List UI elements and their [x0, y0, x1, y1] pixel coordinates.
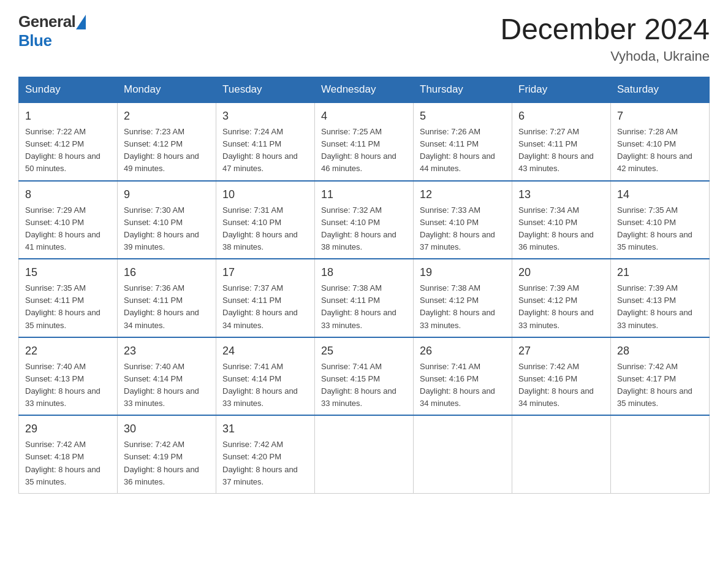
day-info: Sunrise: 7:38 AMSunset: 4:11 PMDaylight:… — [321, 282, 407, 332]
day-info: Sunrise: 7:30 AMSunset: 4:10 PMDaylight:… — [124, 204, 210, 254]
day-info: Sunrise: 7:40 AMSunset: 4:14 PMDaylight:… — [124, 361, 210, 410]
header-saturday: Saturday — [611, 77, 710, 103]
calendar-week-row: 29Sunrise: 7:42 AMSunset: 4:18 PMDayligh… — [19, 415, 710, 493]
day-info: Sunrise: 7:41 AMSunset: 4:15 PMDaylight:… — [321, 361, 407, 410]
day-number: 22 — [25, 343, 111, 359]
day-info: Sunrise: 7:35 AMSunset: 4:10 PMDaylight:… — [617, 204, 703, 254]
header-sunday: Sunday — [19, 77, 118, 103]
calendar-cell — [414, 415, 512, 493]
calendar-week-row: 1Sunrise: 7:22 AMSunset: 4:12 PMDaylight… — [19, 102, 710, 181]
day-info: Sunrise: 7:34 AMSunset: 4:10 PMDaylight:… — [518, 204, 604, 254]
day-number: 4 — [321, 108, 407, 124]
calendar-cell: 15Sunrise: 7:35 AMSunset: 4:11 PMDayligh… — [19, 259, 118, 337]
day-info: Sunrise: 7:26 AMSunset: 4:11 PMDaylight:… — [420, 126, 506, 175]
day-header-row: Sunday Monday Tuesday Wednesday Thursday… — [19, 77, 710, 103]
calendar-cell: 11Sunrise: 7:32 AMSunset: 4:10 PMDayligh… — [315, 181, 414, 259]
logo-blue-text: Blue — [18, 31, 51, 50]
calendar-cell: 26Sunrise: 7:41 AMSunset: 4:16 PMDayligh… — [414, 337, 512, 416]
day-number: 5 — [420, 108, 506, 124]
calendar-cell: 25Sunrise: 7:41 AMSunset: 4:15 PMDayligh… — [315, 337, 414, 416]
calendar-cell: 4Sunrise: 7:25 AMSunset: 4:11 PMDaylight… — [315, 102, 414, 181]
header-tuesday: Tuesday — [216, 77, 315, 103]
calendar-cell: 23Sunrise: 7:40 AMSunset: 4:14 PMDayligh… — [118, 337, 216, 416]
day-info: Sunrise: 7:31 AMSunset: 4:10 PMDaylight:… — [222, 204, 308, 254]
calendar-cell: 5Sunrise: 7:26 AMSunset: 4:11 PMDaylight… — [414, 102, 512, 181]
calendar-cell: 29Sunrise: 7:42 AMSunset: 4:18 PMDayligh… — [19, 415, 118, 493]
day-info: Sunrise: 7:42 AMSunset: 4:20 PMDaylight:… — [222, 439, 308, 488]
day-number: 13 — [518, 186, 604, 203]
month-title: December 2024 — [500, 12, 710, 46]
day-number: 14 — [617, 186, 703, 203]
header-thursday: Thursday — [414, 77, 512, 103]
title-section: December 2024 Vyhoda, Ukraine — [500, 12, 710, 64]
page-header: General Blue December 2024 Vyhoda, Ukrai… — [18, 12, 710, 64]
day-info: Sunrise: 7:40 AMSunset: 4:13 PMDaylight:… — [25, 361, 111, 410]
calendar-cell: 7Sunrise: 7:28 AMSunset: 4:10 PMDaylight… — [611, 102, 710, 181]
day-info: Sunrise: 7:22 AMSunset: 4:12 PMDaylight:… — [25, 126, 111, 175]
day-number: 26 — [420, 343, 506, 359]
day-info: Sunrise: 7:33 AMSunset: 4:10 PMDaylight:… — [420, 204, 506, 254]
calendar-cell: 16Sunrise: 7:36 AMSunset: 4:11 PMDayligh… — [118, 259, 216, 337]
calendar-cell: 20Sunrise: 7:39 AMSunset: 4:12 PMDayligh… — [512, 259, 611, 337]
calendar-cell — [611, 415, 710, 493]
day-number: 24 — [222, 343, 308, 359]
calendar-cell: 28Sunrise: 7:42 AMSunset: 4:17 PMDayligh… — [611, 337, 710, 416]
calendar-cell: 9Sunrise: 7:30 AMSunset: 4:10 PMDaylight… — [118, 181, 216, 259]
calendar-week-row: 22Sunrise: 7:40 AMSunset: 4:13 PMDayligh… — [19, 337, 710, 416]
day-number: 31 — [222, 421, 308, 437]
calendar-cell: 8Sunrise: 7:29 AMSunset: 4:10 PMDaylight… — [19, 181, 118, 259]
day-number: 25 — [321, 343, 407, 359]
day-number: 20 — [518, 264, 604, 281]
day-number: 10 — [222, 186, 308, 203]
calendar-cell: 1Sunrise: 7:22 AMSunset: 4:12 PMDaylight… — [19, 102, 118, 181]
day-info: Sunrise: 7:25 AMSunset: 4:11 PMDaylight:… — [321, 126, 407, 175]
day-info: Sunrise: 7:39 AMSunset: 4:13 PMDaylight:… — [617, 282, 703, 332]
calendar-cell: 18Sunrise: 7:38 AMSunset: 4:11 PMDayligh… — [315, 259, 414, 337]
day-number: 12 — [420, 186, 506, 203]
calendar-cell: 21Sunrise: 7:39 AMSunset: 4:13 PMDayligh… — [611, 259, 710, 337]
calendar-cell: 13Sunrise: 7:34 AMSunset: 4:10 PMDayligh… — [512, 181, 611, 259]
calendar-table: Sunday Monday Tuesday Wednesday Thursday… — [18, 77, 710, 494]
calendar-cell: 12Sunrise: 7:33 AMSunset: 4:10 PMDayligh… — [414, 181, 512, 259]
day-info: Sunrise: 7:37 AMSunset: 4:11 PMDaylight:… — [222, 282, 308, 332]
header-friday: Friday — [512, 77, 611, 103]
day-number: 27 — [518, 343, 604, 359]
logo-triangle-icon — [76, 15, 86, 29]
calendar-cell: 19Sunrise: 7:38 AMSunset: 4:12 PMDayligh… — [414, 259, 512, 337]
day-number: 11 — [321, 186, 407, 203]
day-info: Sunrise: 7:39 AMSunset: 4:12 PMDaylight:… — [518, 282, 604, 332]
day-number: 16 — [124, 264, 210, 281]
day-info: Sunrise: 7:42 AMSunset: 4:17 PMDaylight:… — [617, 361, 703, 410]
day-info: Sunrise: 7:35 AMSunset: 4:11 PMDaylight:… — [25, 282, 111, 332]
calendar-cell: 2Sunrise: 7:23 AMSunset: 4:12 PMDaylight… — [118, 102, 216, 181]
calendar-cell — [315, 415, 414, 493]
day-info: Sunrise: 7:32 AMSunset: 4:10 PMDaylight:… — [321, 204, 407, 254]
day-info: Sunrise: 7:28 AMSunset: 4:10 PMDaylight:… — [617, 126, 703, 175]
calendar-cell: 10Sunrise: 7:31 AMSunset: 4:10 PMDayligh… — [216, 181, 315, 259]
logo: General Blue — [18, 12, 86, 50]
calendar-cell: 24Sunrise: 7:41 AMSunset: 4:14 PMDayligh… — [216, 337, 315, 416]
calendar-cell: 30Sunrise: 7:42 AMSunset: 4:19 PMDayligh… — [118, 415, 216, 493]
day-number: 7 — [617, 108, 703, 124]
header-monday: Monday — [118, 77, 216, 103]
calendar-week-row: 8Sunrise: 7:29 AMSunset: 4:10 PMDaylight… — [19, 181, 710, 259]
header-wednesday: Wednesday — [315, 77, 414, 103]
day-number: 21 — [617, 264, 703, 281]
calendar-cell: 14Sunrise: 7:35 AMSunset: 4:10 PMDayligh… — [611, 181, 710, 259]
day-number: 18 — [321, 264, 407, 281]
day-number: 17 — [222, 264, 308, 281]
day-number: 1 — [25, 108, 111, 124]
day-info: Sunrise: 7:42 AMSunset: 4:19 PMDaylight:… — [124, 439, 210, 488]
day-number: 19 — [420, 264, 506, 281]
day-info: Sunrise: 7:24 AMSunset: 4:11 PMDaylight:… — [222, 126, 308, 175]
day-info: Sunrise: 7:38 AMSunset: 4:12 PMDaylight:… — [420, 282, 506, 332]
calendar-cell: 17Sunrise: 7:37 AMSunset: 4:11 PMDayligh… — [216, 259, 315, 337]
day-number: 23 — [124, 343, 210, 359]
location-text: Vyhoda, Ukraine — [500, 48, 710, 64]
day-info: Sunrise: 7:41 AMSunset: 4:16 PMDaylight:… — [420, 361, 506, 410]
logo-general-text: General — [18, 12, 75, 31]
day-info: Sunrise: 7:27 AMSunset: 4:11 PMDaylight:… — [518, 126, 604, 175]
calendar-cell: 31Sunrise: 7:42 AMSunset: 4:20 PMDayligh… — [216, 415, 315, 493]
day-number: 3 — [222, 108, 308, 124]
day-number: 9 — [124, 186, 210, 203]
